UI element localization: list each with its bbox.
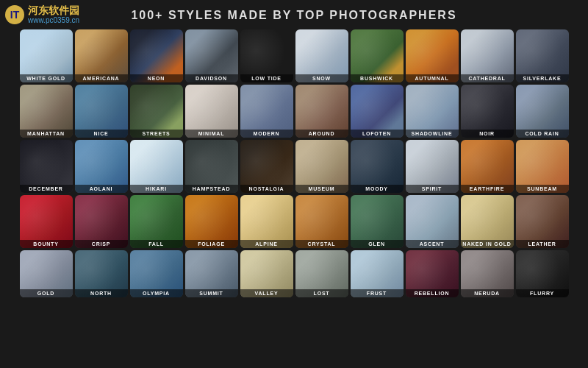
tile-label-summit: SUMMIT xyxy=(185,289,238,297)
tile-label-hikari: HIKARI xyxy=(130,185,183,193)
tile-label-modern: MODERN xyxy=(240,130,293,138)
styles-grid: WHITE GOLDAMERICANANEONDAVIDSONLOW TIDES… xyxy=(0,29,588,300)
style-tile-modern[interactable]: MODERN xyxy=(240,85,293,138)
style-tile-streets[interactable]: STREETS xyxy=(130,85,183,138)
style-tile-around[interactable]: AROUND xyxy=(295,85,348,138)
tile-label-moody: MOODY xyxy=(351,185,404,193)
style-tile-naked-gold[interactable]: NAKED IN GOLD xyxy=(461,195,514,248)
style-tile-spirit[interactable]: SPIRIT xyxy=(406,140,459,193)
tile-label-valley: VALLEY xyxy=(240,289,293,297)
tile-label-shadowline: SHADOWLINE xyxy=(406,130,459,138)
style-tile-neruda[interactable]: NERUDA xyxy=(461,250,514,297)
style-tile-museum[interactable]: MUSEUM xyxy=(295,140,348,193)
tile-label-silverlake: SILVERLAKE xyxy=(516,74,569,82)
tile-label-noir: NOIR xyxy=(461,130,514,138)
style-tile-glen[interactable]: GLEN xyxy=(351,195,404,248)
style-tile-cathedral[interactable]: CATHEDRAL xyxy=(461,29,514,82)
style-tile-flurry[interactable]: FLURRY xyxy=(516,250,569,297)
style-tile-aolani[interactable]: AOLANI xyxy=(75,140,128,193)
style-tile-bounty[interactable]: BOUNTY xyxy=(20,195,73,248)
style-tile-bushwick[interactable]: BUSHWICK xyxy=(351,29,404,82)
style-tile-nostalgia[interactable]: NOSTALGIA xyxy=(240,140,293,193)
tile-label-ascent: ASCENT xyxy=(406,240,459,248)
style-tile-north[interactable]: NORTH xyxy=(75,250,128,297)
tile-label-fall: FALL xyxy=(130,240,183,248)
tile-label-foliage: FOLIAGE xyxy=(185,240,238,248)
style-tile-earthfire[interactable]: EARTHFIRE xyxy=(461,140,514,193)
tile-label-hampstead: HAMPSTEAD xyxy=(185,185,238,193)
style-tile-low-tide[interactable]: LOW TIDE xyxy=(240,29,293,82)
tile-label-earthfire: EARTHFIRE xyxy=(461,185,514,193)
tile-label-manhattan: MANHATTAN xyxy=(20,130,73,138)
style-tile-neon[interactable]: NEON xyxy=(130,29,183,82)
style-tile-fall[interactable]: FALL xyxy=(130,195,183,248)
tile-label-bounty: BOUNTY xyxy=(20,240,73,248)
grid-row-2: MANHATTANNICESTREETSMINIMALMODERNAROUNDL… xyxy=(6,85,582,138)
style-tile-cold-rain[interactable]: COLD RAIN xyxy=(516,85,569,138)
style-tile-autumnal[interactable]: AUTUMNAL xyxy=(406,29,459,82)
tile-label-sunbeam: SUNBEAM xyxy=(516,185,569,193)
style-tile-shadowline[interactable]: SHADOWLINE xyxy=(406,85,459,138)
tile-label-bushwick: BUSHWICK xyxy=(351,74,404,82)
grid-row-5: GOLDNORTHOLYMPIASUMMITVALLEYLOSTFRUSTREB… xyxy=(6,250,582,297)
tile-label-aolani: AOLANI xyxy=(75,185,128,193)
style-tile-davidson[interactable]: DAVIDSON xyxy=(185,29,238,82)
tile-label-neon: NEON xyxy=(130,74,183,82)
tile-label-neruda: NERUDA xyxy=(461,289,514,297)
tile-label-crystal: CRYSTAL xyxy=(295,240,348,248)
tile-label-autumnal: AUTUMNAL xyxy=(406,74,459,82)
style-tile-minimal[interactable]: MINIMAL xyxy=(185,85,238,138)
style-tile-frust[interactable]: FRUST xyxy=(351,250,404,297)
tile-label-glen: GLEN xyxy=(351,240,404,248)
style-tile-rebellion[interactable]: REBELLION xyxy=(406,250,459,297)
style-tile-lost[interactable]: LOST xyxy=(295,250,348,297)
style-tile-americana[interactable]: AMERICANA xyxy=(75,29,128,82)
tile-label-spirit: SPIRIT xyxy=(406,185,459,193)
style-tile-hampstead[interactable]: HAMPSTEAD xyxy=(185,140,238,193)
tile-label-around: AROUND xyxy=(295,130,348,138)
style-tile-silverlake[interactable]: SILVERLAKE xyxy=(516,29,569,82)
grid-row-4: BOUNTYCRISPFALLFOLIAGEALPINECRYSTALGLENA… xyxy=(6,195,582,248)
tile-label-december: DECEMBER xyxy=(20,185,73,193)
style-tile-summit[interactable]: SUMMIT xyxy=(185,250,238,297)
tile-label-snow: SNOW xyxy=(295,74,348,82)
tile-label-leather: LEATHER xyxy=(516,240,569,248)
tile-label-lost: LOST xyxy=(295,289,348,297)
tile-label-davidson: DAVIDSON xyxy=(185,74,238,82)
tile-label-streets: STREETS xyxy=(130,130,183,138)
grid-row-1: WHITE GOLDAMERICANANEONDAVIDSONLOW TIDES… xyxy=(6,29,582,82)
header: 100+ STYLES MADE BY TOP PHOTOGRAPHERS xyxy=(0,0,588,29)
tile-label-low-tide: LOW TIDE xyxy=(240,74,293,82)
style-tile-manhattan[interactable]: MANHATTAN xyxy=(20,85,73,138)
style-tile-white-gold[interactable]: WHITE GOLD xyxy=(20,29,73,82)
tile-label-gold: GOLD xyxy=(20,289,73,297)
tile-label-frust: FRUST xyxy=(351,289,404,297)
tile-label-cathedral: CATHEDRAL xyxy=(461,74,514,82)
tile-label-olympia: OLYMPIA xyxy=(130,289,183,297)
style-tile-december[interactable]: DECEMBER xyxy=(20,140,73,193)
tile-label-alpine: ALPINE xyxy=(240,240,293,248)
style-tile-lofoten[interactable]: LOFOTEN xyxy=(351,85,404,138)
style-tile-hikari[interactable]: HIKARI xyxy=(130,140,183,193)
style-tile-noir[interactable]: NOIR xyxy=(461,85,514,138)
style-tile-ascent[interactable]: ASCENT xyxy=(406,195,459,248)
style-tile-crystal[interactable]: CRYSTAL xyxy=(295,195,348,248)
style-tile-snow[interactable]: SNOW xyxy=(295,29,348,82)
tile-label-naked-gold: NAKED IN GOLD xyxy=(461,240,514,248)
tile-label-rebellion: REBELLION xyxy=(406,289,459,297)
tile-label-north: NORTH xyxy=(75,289,128,297)
style-tile-foliage[interactable]: FOLIAGE xyxy=(185,195,238,248)
tile-label-crisp: CRISP xyxy=(75,240,128,248)
style-tile-crisp[interactable]: CRISP xyxy=(75,195,128,248)
tile-label-museum: MUSEUM xyxy=(295,185,348,193)
tile-label-nice: NICE xyxy=(75,130,128,138)
style-tile-nice[interactable]: NICE xyxy=(75,85,128,138)
style-tile-valley[interactable]: VALLEY xyxy=(240,250,293,297)
tile-label-minimal: MINIMAL xyxy=(185,130,238,138)
style-tile-moody[interactable]: MOODY xyxy=(351,140,404,193)
style-tile-gold[interactable]: GOLD xyxy=(20,250,73,297)
style-tile-sunbeam[interactable]: SUNBEAM xyxy=(516,140,569,193)
style-tile-olympia[interactable]: OLYMPIA xyxy=(130,250,183,297)
style-tile-alpine[interactable]: ALPINE xyxy=(240,195,293,248)
style-tile-leather[interactable]: LEATHER xyxy=(516,195,569,248)
